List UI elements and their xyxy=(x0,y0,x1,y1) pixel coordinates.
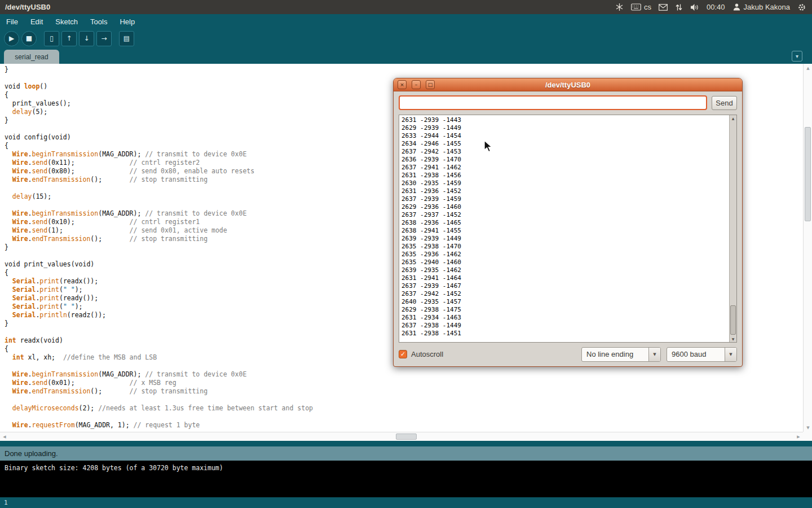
user-icon xyxy=(732,3,741,11)
line-indicator-bar: 1 xyxy=(0,497,812,508)
serial-output-line: 2637 -2939 -1467 xyxy=(401,282,729,290)
line-number: 1 xyxy=(4,499,8,506)
code-line: Wire.send(0x01); // x MSB reg xyxy=(5,379,803,387)
check-icon: ✓ xyxy=(400,351,405,357)
sync-arrows-icon[interactable] xyxy=(675,3,683,11)
chevron-down-icon: ▼ xyxy=(648,348,660,361)
serial-output-line: 2635 -2936 -1462 xyxy=(401,251,729,259)
keyboard-icon xyxy=(631,3,641,11)
serial-send-input[interactable] xyxy=(399,95,707,110)
serial-monitor-button[interactable]: ▤ xyxy=(119,31,134,46)
serial-output-line: 2630 -2935 -1459 xyxy=(401,179,729,187)
close-icon[interactable]: × xyxy=(398,80,407,89)
editor-vscroll-thumb[interactable] xyxy=(805,127,811,221)
upload-button[interactable]: → xyxy=(96,31,112,46)
serial-monitor-title: /dev/ttyUSB0 xyxy=(394,78,742,91)
code-line: Wire.requestFrom(MAG_ADDR, 1); // reques… xyxy=(5,421,803,430)
scroll-down-icon[interactable]: ▼ xyxy=(730,336,736,342)
menu-item-help[interactable]: Help xyxy=(113,17,141,26)
tab-label: serial_read xyxy=(15,53,48,61)
status-message: Done uploading. xyxy=(5,449,58,458)
scroll-left-icon[interactable]: ◀ xyxy=(1,432,8,441)
system-tray: cs 00:40 Jakub Kakona xyxy=(615,3,812,12)
maximize-icon[interactable]: □ xyxy=(426,80,435,89)
tab-menu-button[interactable]: ▾ xyxy=(792,51,802,62)
verify-button[interactable]: ▶ xyxy=(4,31,19,46)
minimize-icon[interactable]: – xyxy=(412,80,421,89)
serial-output-line: 2637 -2942 -1452 xyxy=(401,290,729,298)
console-line: Binary sketch size: 4208 bytes (of a 307… xyxy=(5,464,807,472)
system-bar: /dev/ttyUSB0 cs 00:40 Jakub Kakona xyxy=(0,0,812,14)
session-gear-icon[interactable] xyxy=(797,3,806,12)
serial-output-line: 2629 -2938 -1475 xyxy=(401,306,729,314)
serial-output-line: 2631 -2934 -1463 xyxy=(401,314,729,322)
menu-bar: FileEditSketchToolsHelp xyxy=(0,14,812,29)
editor-horizontal-scrollbar[interactable]: ◀ ▶ xyxy=(0,432,803,441)
new-sketch-button[interactable]: ▯ xyxy=(44,31,59,46)
stop-button[interactable]: ■ xyxy=(21,31,37,46)
serial-monitor-footer: ✓ Autoscroll No line ending ▼ 9600 baud … xyxy=(399,347,737,362)
serial-output-line: 2629 -2936 -1460 xyxy=(401,203,729,211)
serial-output-line: 2639 -2935 -1462 xyxy=(401,266,729,274)
clock[interactable]: 00:40 xyxy=(707,3,725,11)
serial-output-line: 2639 -2939 -1449 xyxy=(401,235,729,243)
line-ending-select[interactable]: No line ending ▼ xyxy=(581,347,661,362)
tab-serial-read[interactable]: serial_read xyxy=(4,50,59,64)
serial-monitor-titlebar[interactable]: × – □ /dev/ttyUSB0 xyxy=(394,78,742,91)
autoscroll-checkbox[interactable]: ✓ xyxy=(399,350,407,358)
baud-rate-value: 9600 baud xyxy=(667,350,725,358)
serial-input-row: Send xyxy=(399,95,737,110)
toolbar: ▶■▯↑↓→▤ xyxy=(0,30,812,47)
editor-hscroll-thumb[interactable] xyxy=(396,433,417,440)
serial-monitor-icon: ▤ xyxy=(123,35,130,42)
baud-rate-select[interactable]: 9600 baud ▼ xyxy=(667,347,737,362)
scroll-down-icon[interactable]: ▼ xyxy=(804,424,812,431)
serial-output-line: 2631 -2936 -1452 xyxy=(401,187,729,195)
menu-item-edit[interactable]: Edit xyxy=(24,17,49,26)
serial-scrollbar[interactable]: ▲ ▼ xyxy=(729,115,736,342)
serial-output: 2631 -2939 -14432629 -2939 -14492633 -29… xyxy=(399,115,729,342)
scroll-up-icon[interactable]: ▲ xyxy=(730,115,736,121)
tab-menu-icon: ▾ xyxy=(796,53,798,59)
send-button[interactable]: Send xyxy=(712,96,737,110)
console-area: Binary sketch size: 4208 bytes (of a 307… xyxy=(0,461,812,497)
scroll-right-icon[interactable]: ▶ xyxy=(795,432,802,441)
serial-output-line: 2635 -2938 -1470 xyxy=(401,243,729,251)
menu-item-file[interactable]: File xyxy=(0,17,24,26)
user-menu[interactable]: Jakub Kakona xyxy=(732,3,790,11)
serial-output-line: 2631 -2938 -1451 xyxy=(401,330,729,338)
volume-icon[interactable] xyxy=(690,3,699,11)
serial-output-line: 2637 -2938 -1449 xyxy=(401,322,729,330)
open-icon: ↑ xyxy=(66,35,72,42)
line-ending-value: No line ending xyxy=(582,350,648,358)
menu-item-sketch[interactable]: Sketch xyxy=(49,17,84,26)
serial-output-line: 2637 -2939 -1459 xyxy=(401,195,729,203)
save-button[interactable]: ↓ xyxy=(79,31,94,46)
serial-scroll-thumb[interactable] xyxy=(730,305,736,335)
keyboard-layout-indicator[interactable]: cs xyxy=(631,3,651,11)
network-icon[interactable] xyxy=(615,3,624,11)
code-line: Wire.endTransmission(); // stop transmit… xyxy=(5,387,803,396)
serial-output-line: 2629 -2939 -1449 xyxy=(401,124,729,132)
upload-icon: → xyxy=(101,35,107,42)
serial-output-line: 2637 -2942 -1453 xyxy=(401,148,729,156)
serial-output-line: 2631 -2938 -1456 xyxy=(401,172,729,179)
scroll-up-icon[interactable]: ▲ xyxy=(804,64,812,72)
serial-output-area[interactable]: 2631 -2939 -14432629 -2939 -14492633 -29… xyxy=(399,115,737,343)
serial-output-line: 2638 -2941 -1455 xyxy=(401,227,729,235)
serial-output-line: 2637 -2937 -1452 xyxy=(401,211,729,219)
serial-output-line: 2631 -2939 -1443 xyxy=(401,116,729,124)
open-button[interactable]: ↑ xyxy=(61,31,77,46)
mail-icon[interactable] xyxy=(659,4,668,11)
serial-output-line: 2633 -2944 -1454 xyxy=(401,132,729,140)
serial-output-line: 2637 -2941 -1462 xyxy=(401,164,729,172)
verify-icon: ▶ xyxy=(9,35,14,42)
serial-monitor-window: × – □ /dev/ttyUSB0 Send 2631 -2939 -1443… xyxy=(393,78,743,367)
chevron-down-icon: ▼ xyxy=(725,348,736,361)
mouse-cursor xyxy=(484,140,496,154)
editor-vertical-scrollbar[interactable]: ▲ ▼ xyxy=(803,64,812,432)
code-line: Wire.beginTransmission(MAG_ADDR); // tra… xyxy=(5,370,803,379)
menu-item-tools[interactable]: Tools xyxy=(84,17,113,26)
autoscroll-label: Autoscroll xyxy=(411,350,443,358)
save-icon: ↓ xyxy=(83,35,89,42)
